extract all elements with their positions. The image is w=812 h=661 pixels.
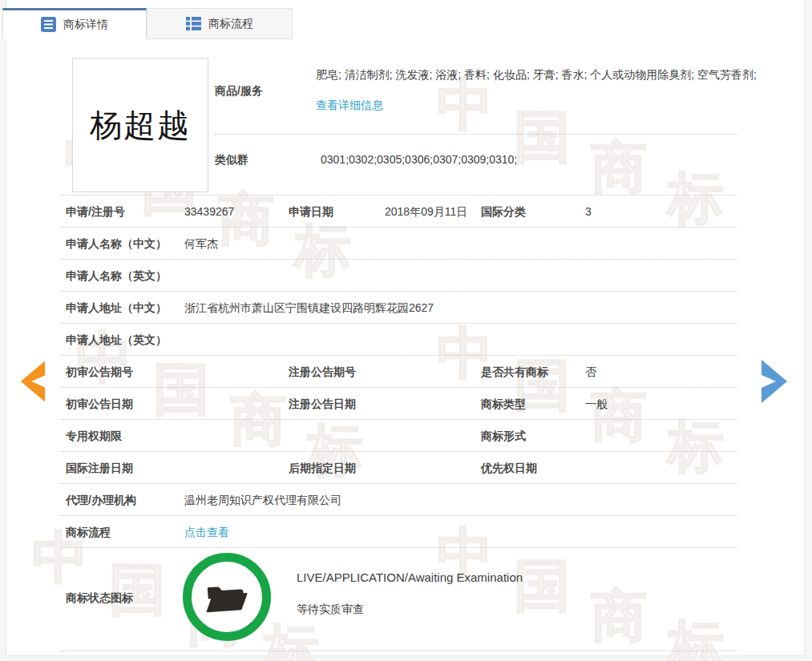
- applicant-en-label: 申请人名称（英文）: [66, 269, 167, 284]
- prelim-no-label: 初审公告期号: [66, 365, 133, 380]
- shared-value: 否: [585, 365, 596, 380]
- app-date-value: 2018年09月11日: [385, 205, 467, 220]
- divider: [61, 451, 737, 452]
- applicant-cn-value: 何军杰: [184, 237, 218, 252]
- goods-label: 商品/服务: [215, 84, 263, 99]
- tm-type-value: 一般: [585, 397, 608, 412]
- tm-type-label: 商标类型: [481, 397, 526, 412]
- status-icon: [183, 553, 271, 641]
- flow-view-link[interactable]: 点击查看: [184, 526, 229, 540]
- status-label: 商标状态图标: [66, 591, 133, 606]
- divider: [61, 651, 737, 651]
- address-cn-value: 浙江省杭州市萧山区宁围镇建设四路明辉花园2627: [184, 301, 434, 316]
- tab-label: 商标流程: [208, 17, 253, 31]
- list-grid-icon: [186, 16, 201, 31]
- reg-no-label: 申请/注册号: [66, 205, 125, 220]
- divider: [61, 355, 737, 356]
- reg-pub-date-label: 注册公告日期: [289, 397, 356, 412]
- divider: [61, 419, 737, 420]
- divider: [61, 195, 737, 195]
- intl-reg-date-label: 国际注册日期: [66, 461, 133, 476]
- shared-label: 是否共有商标: [481, 365, 548, 380]
- app-date-label: 申请日期: [289, 205, 333, 220]
- next-arrow-button[interactable]: [758, 358, 789, 405]
- trademark-text: 杨超越: [90, 103, 191, 147]
- tab-trademark-detail[interactable]: 商标详情: [2, 8, 147, 39]
- reg-no-value: 33439267: [184, 205, 234, 218]
- view-details-link[interactable]: 查看详细信息: [316, 99, 383, 111]
- divider: [61, 547, 737, 548]
- address-cn-label: 申请人地址（中文）: [66, 301, 167, 316]
- intl-class-value: 3: [585, 205, 592, 218]
- previous-arrow-button[interactable]: [19, 358, 46, 405]
- exclusive-period-label: 专用权期限: [66, 429, 122, 444]
- divider: [61, 483, 737, 484]
- similar-group-label: 类似群: [215, 153, 248, 167]
- status-text-cn: 等待实质审查: [297, 603, 364, 617]
- trademark-image: 杨超越: [72, 58, 208, 192]
- flow-label: 商标流程: [66, 526, 111, 540]
- divider: [61, 387, 737, 388]
- divider: [61, 291, 737, 292]
- divider: [215, 134, 737, 135]
- divider: [61, 515, 737, 516]
- goods-text: 肥皂; 清洁制剂; 洗发液; 浴液; 香料; 化妆品; 牙膏; 香水; 个人或动…: [316, 68, 757, 81]
- address-en-label: 申请人地址（英文）: [66, 333, 167, 348]
- agency-label: 代理/办理机构: [66, 494, 136, 508]
- trademark-detail-page: 中国商标 中国商标 中国商标 中国商标 中国商标 中国商标 商标详情 商标流程 …: [0, 0, 812, 661]
- priority-date-label: 优先权日期: [481, 461, 537, 476]
- reg-pub-no-label: 注册公告期号: [289, 365, 356, 380]
- agency-value: 温州老周知识产权代理有限公司: [184, 494, 341, 508]
- divider: [61, 259, 737, 260]
- tab-trademark-flow[interactable]: 商标流程: [147, 8, 293, 39]
- intl-class-label: 国际分类: [481, 205, 526, 220]
- prelim-date-label: 初审公告日期: [66, 397, 133, 412]
- status-text-en: LIVE/APPLICATION/Awaiting Examination: [297, 570, 523, 584]
- open-folder-icon: [203, 577, 251, 617]
- applicant-cn-label: 申请人名称（中文）: [66, 237, 167, 252]
- divider: [61, 323, 737, 324]
- later-date-label: 后期指定日期: [289, 461, 356, 476]
- divider: [61, 227, 737, 228]
- tm-form-label: 商标形式: [481, 429, 526, 444]
- tab-label: 商标详情: [63, 18, 108, 32]
- document-list-icon: [41, 17, 56, 32]
- goods-value: 肥皂; 清洁制剂; 洗发液; 浴液; 香料; 化妆品; 牙膏; 香水; 个人或动…: [316, 59, 757, 120]
- similar-group-value: 0301;0302;0305;0306;0307;0309;0310;: [321, 153, 517, 166]
